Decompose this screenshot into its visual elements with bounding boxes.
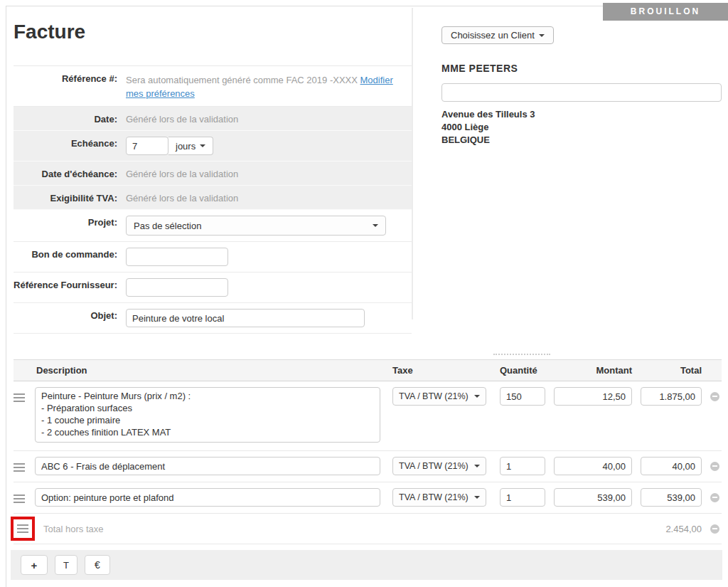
exigibilite-tva-label: Exigibilité TVA: [14, 191, 126, 203]
header-quantite: Quantité [491, 365, 550, 376]
client-panel: Choisissez un Client MME PEETERS Avenue … [441, 26, 722, 147]
drag-handle-icon[interactable] [14, 461, 25, 474]
form-row-reference-fournisseur: Référence Fournisseur: [14, 273, 412, 303]
bon-commande-input[interactable] [126, 248, 228, 266]
item-taxe-value: TVA / BTW (21%) [399, 461, 469, 471]
bon-commande-label: Bon de commande: [14, 248, 126, 260]
item-taxe-select[interactable]: TVA / BTW (21%) [392, 488, 486, 507]
item-taxe-select[interactable]: TVA / BTW (21%) [392, 457, 486, 475]
drag-handle-icon[interactable] [14, 391, 25, 404]
client-address-line: Avenue des Tilleuls 3 [441, 108, 722, 121]
objet-label: Objet: [14, 309, 126, 321]
subtotal-label: Total hors taxe [43, 524, 665, 534]
invoice-panel: BROUILLON Facture Référence #: Sera auto… [6, 6, 728, 587]
item-quantity-input[interactable] [500, 488, 545, 507]
objet-input[interactable] [126, 309, 365, 327]
item-amount-input[interactable] [554, 457, 632, 475]
item-total-readonly [641, 387, 702, 406]
annotation-red-box [11, 517, 35, 541]
exigibilite-tva-value: Généré lors de la validation [126, 191, 238, 203]
reference-value: Sera automatiquement généré comme FAC 20… [126, 72, 395, 100]
item-amount-input[interactable] [554, 488, 632, 507]
subtotal-row: Total hors taxe 2.454,00 [14, 514, 722, 544]
echeance-unit-label: jours [176, 141, 196, 152]
chevron-down-icon [539, 34, 545, 37]
item-total-readonly [641, 457, 702, 475]
add-amount-line-button[interactable]: € [85, 555, 110, 575]
header-total: Total [636, 365, 707, 376]
client-address-line: BELGIQUE [441, 134, 722, 147]
item-amount-input[interactable] [554, 387, 632, 406]
item-quantity-input[interactable] [500, 457, 545, 475]
column-divider [412, 8, 413, 319]
chevron-down-icon [474, 496, 480, 499]
echeance-unit-dropdown[interactable]: jours [168, 137, 213, 155]
add-line-toolbar: + T € [11, 550, 722, 580]
chevron-down-icon [200, 144, 205, 147]
form-row-exigibilite-tva: Exigibilité TVA: Généré lors de la valid… [14, 186, 412, 210]
header-taxe: Taxe [387, 365, 491, 376]
date-echeance-label: Date d'échéance: [14, 167, 126, 179]
chevron-down-icon [373, 224, 378, 227]
items-header-row: Description Taxe Quantité Montant Total [14, 359, 722, 381]
add-line-button[interactable]: + [21, 555, 48, 575]
form-row-projet: Projet: Pas de sélection [14, 210, 412, 242]
choose-client-label: Choisissez un Client [451, 30, 535, 41]
invoice-form: Référence #: Sera automatiquement généré… [14, 65, 412, 334]
chevron-down-icon [474, 395, 480, 398]
reference-fournisseur-input[interactable] [126, 278, 228, 297]
choose-client-button[interactable]: Choisissez un Client [441, 26, 554, 44]
table-row: Peinture - Peinture Murs (prix / m2) : -… [14, 381, 722, 451]
remove-row-icon[interactable] [710, 462, 719, 471]
form-row-bon-commande: Bon de commande: [14, 242, 412, 273]
item-description-input[interactable] [35, 457, 380, 475]
status-badge: BROUILLON [603, 3, 728, 21]
remove-row-icon[interactable] [710, 392, 719, 401]
header-description: Description [35, 365, 387, 376]
client-name: MME PEETERS [441, 63, 722, 74]
column-resize-hint [493, 354, 550, 355]
item-quantity-input[interactable] [500, 387, 545, 406]
drag-handle-icon[interactable] [17, 522, 28, 535]
line-items-table: Description Taxe Quantité Montant Total … [14, 359, 722, 544]
remove-row-icon[interactable] [710, 493, 719, 502]
form-row-echeance: Echéance: jours [14, 131, 412, 162]
echeance-days-input[interactable] [126, 137, 168, 155]
projet-select[interactable]: Pas de sélection [126, 216, 386, 236]
table-row: TVA / BTW (21%) [14, 482, 722, 514]
form-row-reference: Référence #: Sera automatiquement généré… [14, 66, 412, 107]
subtotal-value: 2.454,00 [665, 524, 702, 534]
reference-fournisseur-label: Référence Fournisseur: [14, 278, 126, 290]
item-description-textarea[interactable]: Peinture - Peinture Murs (prix / m2) : -… [35, 387, 380, 443]
client-address: Avenue des Tilleuls 3 4000 Liège BELGIQU… [441, 108, 722, 147]
add-text-line-button[interactable]: T [55, 555, 77, 575]
drag-handle-icon[interactable] [14, 492, 25, 505]
remove-row-icon[interactable] [710, 524, 719, 534]
projet-label: Projet: [14, 216, 126, 228]
form-row-date-echeance: Date d'échéance: Généré lors de la valid… [14, 162, 412, 186]
item-description-input[interactable] [35, 488, 380, 507]
chevron-down-icon [474, 465, 480, 467]
item-total-readonly [641, 488, 702, 507]
item-taxe-value: TVA / BTW (21%) [399, 492, 469, 502]
echeance-label: Echéance: [14, 137, 126, 149]
form-row-date: Date: Généré lors de la validation [14, 107, 412, 131]
date-label: Date: [14, 112, 126, 125]
date-value: Généré lors de la validation [126, 112, 238, 125]
reference-label: Référence #: [14, 72, 126, 84]
item-taxe-select[interactable]: TVA / BTW (21%) [392, 387, 486, 406]
projet-selected-value: Pas de sélection [134, 221, 201, 231]
client-address-line: 4000 Liège [441, 121, 722, 134]
form-row-objet: Objet: [14, 303, 412, 334]
table-row: TVA / BTW (21%) [14, 451, 722, 482]
date-echeance-value: Généré lors de la validation [126, 167, 238, 179]
total-ht-row: Total HT 2.454,00 € [14, 580, 721, 587]
echeance-input-group: jours [126, 137, 213, 155]
reference-autogen-text: Sera automatiquement généré comme FAC 20… [126, 75, 358, 85]
client-search-input[interactable] [441, 83, 722, 102]
item-taxe-value: TVA / BTW (21%) [399, 391, 469, 401]
header-montant: Montant [550, 365, 636, 376]
